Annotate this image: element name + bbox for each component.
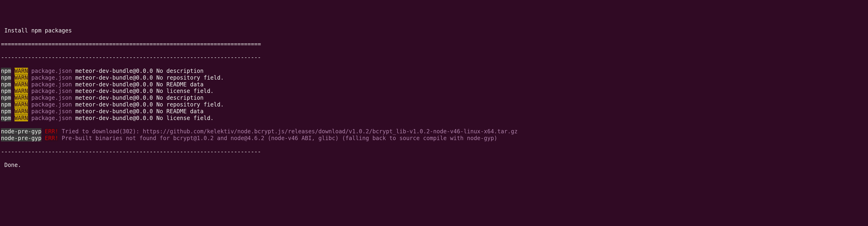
warn-badge: WARN [14, 88, 28, 94]
warn-message: meteor-dev-bundle@0.0.0 No description [72, 95, 204, 101]
warn-message: meteor-dev-bundle@0.0.0 No description [72, 68, 204, 74]
npm-warn-line: npm WARN package.json meteor-dev-bundle@… [1, 108, 867, 115]
npm-prefix: npm [1, 74, 11, 81]
warn-badge: WARN [14, 101, 28, 108]
npm-warn-line: npm WARN package.json meteor-dev-bundle@… [1, 101, 867, 108]
package-json-label: package.json [31, 81, 72, 88]
npm-warn-line: npm WARN package.json meteor-dev-bundle@… [1, 88, 867, 95]
err-badge: ERR! [45, 128, 58, 135]
err-lines-container: node-pre-gyp ERR! Tried to download(302)… [1, 128, 867, 142]
npm-warn-line: npm WARN package.json meteor-dev-bundle@… [1, 68, 867, 74]
warn-badge: WARN [14, 74, 28, 81]
node-pre-gyp-prefix: node-pre-gyp [1, 135, 41, 141]
npm-prefix: npm [1, 88, 11, 94]
err-message: Pre-built binaries not found for bcrypt@… [58, 135, 501, 141]
npm-warn-line: npm WARN package.json meteor-dev-bundle@… [1, 115, 867, 122]
err-message: Tried to download(302): https://github.c… [58, 128, 521, 135]
divider-equals: ========================================… [1, 41, 867, 47]
npm-prefix: npm [1, 68, 11, 74]
warn-message: meteor-dev-bundle@0.0.0 No repository fi… [72, 101, 224, 108]
warn-badge: WARN [14, 108, 28, 115]
npm-prefix: npm [1, 115, 11, 121]
err-badge: ERR! [45, 135, 58, 141]
package-json-label: package.json [31, 115, 72, 121]
npm-prefix: npm [1, 81, 11, 88]
warn-message: meteor-dev-bundle@0.0.0 No README data [72, 108, 204, 115]
package-json-label: package.json [31, 95, 72, 101]
warn-message: meteor-dev-bundle@0.0.0 No repository fi… [72, 74, 224, 81]
warn-badge: WARN [14, 81, 28, 88]
warn-lines-container: npm WARN package.json meteor-dev-bundle@… [1, 68, 867, 121]
node-pre-gyp-err-line: node-pre-gyp ERR! Tried to download(302)… [1, 128, 867, 135]
npm-prefix: npm [1, 108, 11, 115]
warn-message: meteor-dev-bundle@0.0.0 No license field… [72, 88, 214, 94]
package-json-label: package.json [31, 74, 72, 81]
node-pre-gyp-prefix: node-pre-gyp [1, 128, 41, 135]
npm-warn-line: npm WARN package.json meteor-dev-bundle@… [1, 95, 867, 101]
package-json-label: package.json [31, 101, 72, 108]
npm-warn-line: npm WARN package.json meteor-dev-bundle@… [1, 81, 867, 88]
divider-dash-top: ----------------------------------------… [1, 54, 867, 61]
npm-prefix: npm [1, 95, 11, 101]
npm-warn-line: npm WARN package.json meteor-dev-bundle@… [1, 74, 867, 81]
section-title: Install npm packages [1, 27, 867, 34]
package-json-label: package.json [31, 68, 72, 74]
warn-message: meteor-dev-bundle@0.0.0 No license field… [72, 115, 214, 121]
warn-badge: WARN [14, 68, 28, 74]
package-json-label: package.json [31, 88, 72, 94]
warn-message: meteor-dev-bundle@0.0.0 No README data [72, 81, 204, 88]
node-pre-gyp-err-line: node-pre-gyp ERR! Pre-built binaries not… [1, 135, 867, 142]
warn-badge: WARN [14, 95, 28, 101]
warn-badge: WARN [14, 115, 28, 121]
divider-dash-bottom: ----------------------------------------… [1, 149, 867, 155]
package-json-label: package.json [31, 108, 72, 115]
done-text: Done. [1, 162, 867, 168]
npm-prefix: npm [1, 101, 11, 108]
